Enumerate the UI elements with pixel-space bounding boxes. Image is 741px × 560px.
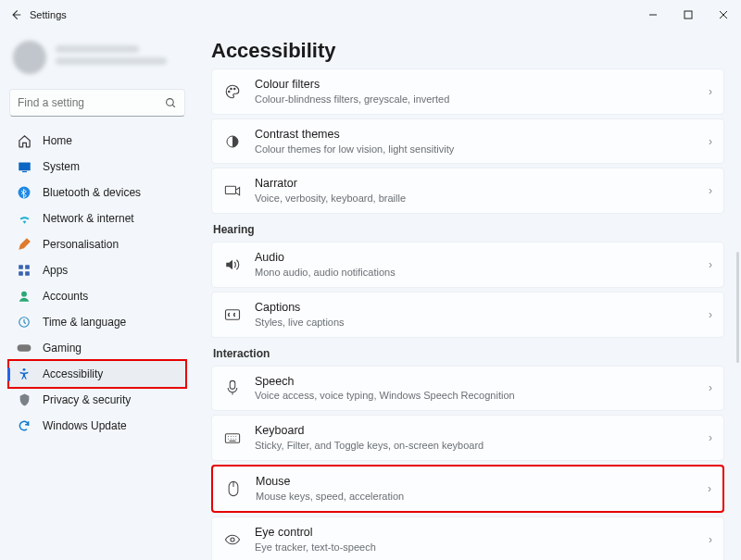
- card-title: Captions: [255, 300, 696, 316]
- sidebar-item-apps[interactable]: Apps: [9, 257, 185, 283]
- keyboard-icon: [223, 429, 242, 447]
- sidebar-item-home[interactable]: Home: [9, 128, 185, 154]
- avatar: [13, 41, 46, 74]
- sidebar-item-personalisation[interactable]: Personalisation: [9, 231, 185, 257]
- svg-point-16: [231, 88, 232, 90]
- card-desc: Colour-blindness filters, greyscale, inv…: [255, 93, 696, 106]
- chevron-right-icon: ›: [709, 381, 712, 394]
- svg-rect-8: [25, 265, 30, 269]
- card-title: Keyboard: [255, 423, 696, 439]
- sidebar-item-label: Home: [43, 134, 72, 147]
- sidebar-item-label: Accessibility: [43, 367, 103, 380]
- sidebar-item-system[interactable]: System: [9, 154, 185, 180]
- time-icon: [17, 315, 31, 330]
- card-speech[interactable]: SpeechVoice access, voice typing, Window…: [211, 366, 724, 412]
- card-title: Colour filters: [255, 77, 696, 93]
- card-desc: Colour themes for low vision, light sens…: [255, 143, 696, 156]
- sidebar-item-privacy[interactable]: Privacy & security: [9, 387, 185, 413]
- close-button[interactable]: [706, 0, 741, 30]
- audio-icon: [223, 255, 242, 274]
- bluetooth-icon: [17, 185, 31, 200]
- apps-icon: [17, 263, 31, 278]
- sidebar-item-label: Network & internet: [43, 212, 134, 225]
- sidebar-item-accessibility[interactable]: Accessibility: [9, 361, 185, 387]
- svg-rect-7: [19, 265, 23, 269]
- sidebar-item-gaming[interactable]: Gaming: [9, 335, 185, 361]
- card-title: Mouse: [256, 474, 695, 490]
- card-desc: Sticky, Filter, and Toggle keys, on-scre…: [255, 439, 696, 453]
- card-narrator[interactable]: NarratorVoice, verbosity, keyboard, brai…: [211, 168, 724, 214]
- nav-list: Home System Bluetooth & devices Network …: [9, 128, 185, 439]
- scrollbar[interactable]: [736, 252, 739, 363]
- system-icon: [17, 159, 31, 174]
- card-desc: Mono audio, audio notifications: [255, 266, 696, 280]
- svg-rect-22: [225, 433, 239, 442]
- svg-rect-13: [18, 344, 31, 351]
- card-title: Speech: [255, 374, 696, 390]
- sidebar-item-update[interactable]: Windows Update: [9, 413, 185, 439]
- back-button[interactable]: [9, 8, 30, 21]
- card-title: Audio: [255, 250, 696, 266]
- chevron-right-icon: ›: [709, 308, 712, 321]
- sidebar-item-label: Time & language: [43, 316, 126, 329]
- update-icon: [17, 418, 31, 433]
- svg-point-17: [234, 88, 236, 90]
- titlebar: Settings: [0, 0, 741, 30]
- home-icon: [17, 133, 31, 148]
- svg-rect-5: [22, 170, 27, 171]
- card-contrast-themes[interactable]: Contrast themesColour themes for low vis…: [211, 118, 724, 165]
- main-content: Accessibility Colour filtersColour-blind…: [195, 30, 741, 560]
- privacy-icon: [17, 392, 31, 407]
- minimize-button[interactable]: [635, 0, 671, 30]
- sidebar-item-network[interactable]: Network & internet: [9, 205, 185, 231]
- maximize-button[interactable]: [671, 0, 706, 30]
- sidebar-item-bluetooth[interactable]: Bluetooth & devices: [9, 180, 185, 205]
- svg-rect-20: [226, 309, 240, 319]
- sidebar: Home System Bluetooth & devices Network …: [0, 30, 195, 560]
- card-keyboard[interactable]: KeyboardSticky, Filter, and Toggle keys,…: [211, 415, 724, 461]
- chevron-right-icon: ›: [709, 533, 712, 546]
- contrast-icon: [223, 132, 242, 151]
- svg-point-11: [21, 292, 27, 297]
- card-desc: Voice access, voice typing, Windows Spee…: [255, 389, 696, 403]
- svg-point-15: [229, 91, 231, 93]
- chevron-right-icon: ›: [709, 85, 712, 98]
- sidebar-item-label: Privacy & security: [43, 393, 131, 406]
- card-desc: Styles, live captions: [255, 316, 696, 330]
- card-title: Narrator: [255, 176, 696, 192]
- sidebar-item-label: Personalisation: [43, 238, 119, 251]
- search-box[interactable]: [9, 89, 185, 117]
- chevron-right-icon: ›: [709, 258, 712, 271]
- sidebar-item-label: Windows Update: [43, 419, 127, 432]
- svg-point-25: [231, 538, 234, 541]
- svg-rect-21: [230, 381, 235, 390]
- sidebar-item-accounts[interactable]: Accounts: [9, 283, 185, 309]
- card-audio[interactable]: AudioMono audio, audio notifications ›: [211, 242, 724, 288]
- accounts-icon: [17, 289, 31, 304]
- sidebar-item-time[interactable]: Time & language: [9, 309, 185, 335]
- card-colour-filters[interactable]: Colour filtersColour-blindness filters, …: [211, 68, 724, 115]
- svg-rect-10: [25, 271, 30, 276]
- card-mouse[interactable]: MouseMouse keys, speed, acceleration ›: [211, 465, 724, 513]
- microphone-icon: [223, 379, 242, 397]
- personalisation-icon: [17, 237, 31, 252]
- card-title: Eye control: [255, 525, 696, 541]
- search-input[interactable]: [18, 96, 165, 109]
- window-title: Settings: [30, 9, 67, 20]
- section-interaction: Interaction: [213, 347, 724, 360]
- sidebar-item-label: Bluetooth & devices: [43, 186, 141, 199]
- card-desc: Voice, verbosity, keyboard, braille: [255, 192, 696, 205]
- card-eye-control[interactable]: Eye controlEye tracker, text-to-speech ›: [211, 516, 724, 560]
- sidebar-item-label: Apps: [43, 264, 68, 277]
- card-captions[interactable]: CaptionsStyles, live captions ›: [211, 292, 724, 338]
- user-account-header[interactable]: [9, 37, 185, 85]
- svg-line-3: [172, 105, 175, 107]
- search-icon: [165, 97, 177, 109]
- chevron-right-icon: ›: [708, 482, 711, 495]
- narrator-icon: [223, 181, 242, 200]
- gaming-icon: [17, 341, 31, 355]
- svg-point-14: [23, 368, 26, 371]
- eye-icon: [223, 530, 242, 549]
- chevron-right-icon: ›: [709, 184, 712, 197]
- section-hearing: Hearing: [213, 223, 724, 236]
